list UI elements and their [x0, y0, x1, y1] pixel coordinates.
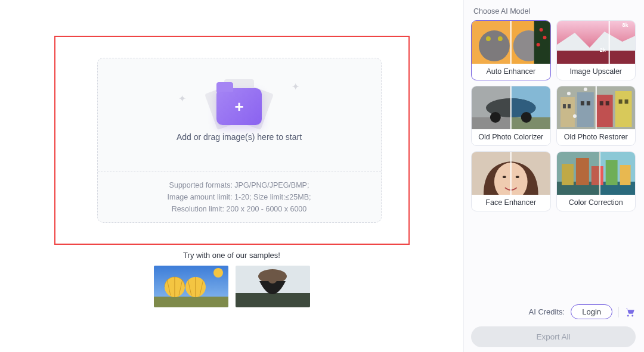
upload-folder-icon: ✦ ✦ +	[216, 88, 262, 125]
model-color-correction[interactable]: Color Correction	[556, 151, 636, 211]
model-label: Old Photo Restorer	[564, 129, 628, 145]
cart-icon[interactable]	[625, 307, 636, 317]
resolution-limit: Resolution limit: 200 x 200 - 6000 x 600…	[104, 203, 375, 215]
svg-point-24	[537, 43, 540, 46]
svg-point-10	[213, 268, 223, 278]
credits-row: AI Credits: Login	[471, 304, 636, 319]
model-label: Color Correction	[569, 195, 623, 211]
dropzone-upper: ✦ ✦ + Add or drag image(s) here to start	[98, 58, 381, 172]
sidebar: Choose AI Model Auto Enhancer	[463, 0, 644, 352]
model-label: Face Enhancer	[485, 195, 536, 211]
svg-point-17	[486, 36, 491, 41]
restorer-thumb	[557, 86, 636, 129]
svg-point-37	[490, 112, 501, 123]
samples-row	[154, 266, 310, 307]
divider	[618, 307, 619, 317]
svg-rect-45	[562, 104, 565, 108]
svg-rect-47	[580, 101, 584, 105]
svg-rect-27	[557, 51, 636, 64]
svg-rect-44	[615, 91, 631, 127]
model-label: Image Upscaler	[569, 64, 622, 80]
upload-highlight-frame: ✦ ✦ + Add or drag image(s) here to start…	[54, 36, 410, 245]
dropzone-specs: Supported formats: JPG/PNG/JPEG/BMP; Ima…	[98, 172, 381, 222]
svg-rect-68	[620, 165, 630, 185]
model-label: Auto Enhancer	[486, 64, 535, 80]
svg-point-60	[516, 176, 519, 178]
svg-text:8k: 8k	[622, 22, 628, 28]
svg-rect-21	[534, 21, 550, 64]
model-old-photo-colorizer[interactable]: Old Photo Colorizer	[471, 86, 551, 146]
color-correction-thumb	[557, 152, 636, 195]
svg-point-22	[540, 28, 543, 32]
svg-rect-43	[596, 95, 612, 127]
dropzone-prompt: Add or drag image(s) here to start	[177, 132, 302, 142]
svg-point-38	[521, 112, 532, 123]
image-upscaler-thumb: 8k 2k	[557, 21, 636, 64]
sample-image-1[interactable]	[154, 266, 228, 307]
svg-point-56	[572, 114, 576, 118]
upload-dropzone[interactable]: ✦ ✦ + Add or drag image(s) here to start…	[97, 58, 382, 223]
svg-text:2k: 2k	[599, 47, 605, 53]
colorizer-thumb	[472, 86, 550, 129]
svg-point-16	[479, 30, 510, 61]
model-auto-enhancer[interactable]: Auto Enhancer	[471, 20, 551, 80]
svg-rect-50	[605, 101, 609, 105]
svg-point-18	[498, 36, 503, 41]
model-old-photo-restorer[interactable]: Old Photo Restorer	[556, 86, 636, 146]
model-grid: Auto Enhancer 8k 2k Image Upscaler	[471, 20, 636, 211]
svg-point-14	[268, 274, 277, 284]
svg-rect-52	[624, 99, 628, 104]
svg-rect-12	[236, 293, 310, 307]
svg-rect-42	[577, 92, 593, 127]
login-button[interactable]: Login	[571, 304, 612, 319]
sidebar-title: Choose AI Model	[471, 6, 636, 20]
svg-rect-1	[154, 297, 228, 307]
model-image-upscaler[interactable]: 8k 2k Image Upscaler	[556, 20, 636, 80]
svg-point-54	[566, 92, 570, 95]
svg-rect-67	[605, 160, 617, 185]
svg-rect-70	[557, 152, 600, 195]
sample-image-2[interactable]	[236, 266, 310, 307]
model-label: Old Photo Colorizer	[478, 129, 543, 145]
svg-point-59	[503, 176, 506, 178]
svg-rect-41	[560, 97, 574, 127]
export-all-button[interactable]: Export All	[471, 326, 636, 347]
face-enhancer-thumb	[472, 152, 550, 195]
supported-formats: Supported formats: JPG/PNG/JPEG/BMP;	[104, 179, 375, 191]
svg-rect-49	[599, 101, 603, 105]
main-panel: ✦ ✦ + Add or drag image(s) here to start…	[0, 0, 463, 352]
svg-rect-48	[586, 101, 590, 105]
svg-rect-51	[618, 99, 622, 104]
svg-rect-46	[567, 104, 570, 108]
auto-enhancer-thumb	[472, 21, 550, 64]
credits-label: AI Credits:	[529, 307, 565, 316]
amount-size-limit: Image amount limit: 1-20; Size limit:≤25…	[104, 191, 375, 203]
model-face-enhancer[interactable]: Face Enhancer	[471, 151, 551, 211]
plus-icon: +	[234, 99, 243, 114]
samples-label: Try with one of our samples!	[183, 251, 280, 260]
sidebar-bottom: AI Credits: Login Export All	[471, 304, 636, 347]
svg-point-23	[543, 36, 547, 39]
svg-point-55	[583, 88, 587, 91]
